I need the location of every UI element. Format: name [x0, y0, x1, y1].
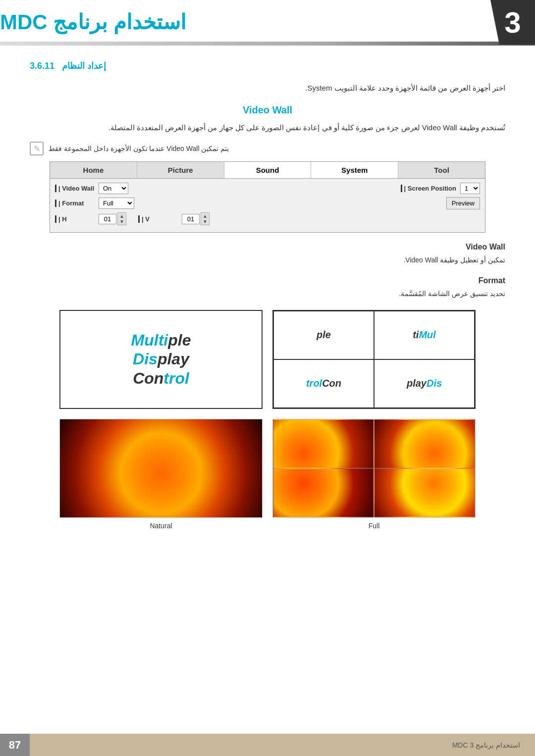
- image-grid: Multi ple Display Control Mul: [59, 310, 476, 530]
- desc-format-title: Format: [30, 276, 505, 285]
- page-header: استخدام برنامج MDC 3: [0, 0, 535, 39]
- ui-row-videowall: | Video Wall On Off | Screen Position 1 …: [55, 183, 480, 194]
- flower-cell-2: [273, 419, 374, 468]
- h-input[interactable]: [99, 214, 116, 224]
- tab-picture[interactable]: Picture: [137, 162, 224, 178]
- natural-flower-image: [59, 419, 263, 518]
- ui-body: | Video Wall On Off | Screen Position 1 …: [50, 179, 485, 232]
- logo-cell-4: Control: [273, 359, 374, 408]
- desc-format: Format تحديد تنسيق عرض الشاشة المُقسَّمة…: [30, 276, 505, 300]
- videowall-select[interactable]: On Off: [99, 183, 128, 194]
- footer: استخدام برنامج MDC 3 87: [0, 734, 535, 756]
- screen-position-section: | Screen Position 1 2: [401, 183, 481, 194]
- header-title: استخدام برنامج MDC: [0, 10, 226, 34]
- video-wall-heading: Video Wall: [30, 104, 505, 116]
- screen-position-label: | Screen Position: [401, 185, 457, 192]
- preview-button[interactable]: Preview: [446, 197, 480, 209]
- natural-caption: Natural: [150, 522, 172, 530]
- natural-logo-image: Multiple Display Control: [59, 310, 263, 409]
- h-spinner: ▲▼: [99, 212, 126, 225]
- preview-section: Preview: [446, 197, 480, 209]
- section-body-text: اختر أجهزة العرض من قائمة الأجهزة وحدد ع…: [30, 81, 505, 95]
- format-select[interactable]: Full Natural: [99, 198, 134, 209]
- full-logo-image: Multi ple Display Control: [272, 310, 476, 409]
- flower-cell-1: [374, 419, 475, 468]
- desc-vw-title: Video Wall: [30, 243, 505, 252]
- desc-format-text: تحديد تنسيق عرض الشاشة المُقسَّمة.: [30, 288, 505, 300]
- header-stripe: [0, 42, 535, 46]
- main-content: إعداد النظام 3.6.11 اختر أجهزة العرض من …: [0, 46, 535, 554]
- flower-split-grid: [273, 419, 475, 517]
- page-number: 87: [0, 734, 30, 756]
- ui-row-format: | Format Full Natural Preview: [55, 197, 480, 209]
- logo-cell-3: Display: [374, 359, 475, 408]
- screen-position-select[interactable]: 1 2: [460, 183, 480, 194]
- section-title: إعداد النظام: [62, 60, 106, 71]
- flower-cell-4: [273, 468, 374, 517]
- tab-tool[interactable]: Tool: [398, 162, 485, 178]
- v-spinner: ▲▼: [182, 212, 210, 225]
- note-area: يتم تمكين Video Wall عندما تكون الأجهزة …: [30, 142, 505, 155]
- image-card-full-logo: Multi ple Display Control: [272, 310, 476, 409]
- footer-text: استخدام برنامج MDC 3: [452, 741, 520, 749]
- h-arrows[interactable]: ▲▼: [117, 212, 126, 225]
- menu-bar: Home Picture Sound System Tool: [50, 162, 485, 179]
- desc-vw-text: تمكين أو تعطيل وظيفة Video Wall.: [30, 254, 505, 266]
- ui-row-hv: | H ▲▼ | V ▲▼: [55, 212, 480, 225]
- chapter-badge: 3: [490, 0, 535, 45]
- desc-video-wall: Video Wall تمكين أو تعطيل وظيفة Video Wa…: [30, 243, 505, 266]
- image-card-full-flower: Full: [272, 419, 476, 530]
- video-wall-description: تُستخدم وظيفة Video Wall لعرض جزء من صور…: [30, 121, 505, 134]
- image-card-natural-flower: Natural: [59, 419, 263, 530]
- note-icon: ✎: [30, 142, 44, 155]
- v-arrows[interactable]: ▲▼: [201, 212, 210, 225]
- full-caption: Full: [369, 522, 380, 530]
- tab-sound[interactable]: Sound: [224, 162, 312, 178]
- h-label: | H: [55, 215, 95, 223]
- format-label: | Format: [55, 200, 95, 207]
- logo-cell-1: Multi: [374, 311, 475, 359]
- note-text: يتم تمكين Video Wall عندما تكون الأجهزة …: [49, 145, 229, 152]
- tab-home[interactable]: Home: [50, 162, 137, 178]
- image-card-natural-logo: Multiple Display Control: [59, 310, 263, 409]
- flower-cell-3: [374, 468, 475, 517]
- v-label: | V: [138, 215, 178, 223]
- tab-system[interactable]: System: [311, 162, 398, 178]
- logo-grid: Multi ple Display Control: [273, 311, 475, 408]
- logo-cell-2: ple: [273, 311, 374, 359]
- section-number: 3.6.11: [30, 61, 54, 71]
- full-flower-image: [272, 419, 476, 518]
- videowall-label: | Video Wall: [55, 185, 95, 192]
- ui-container: Home Picture Sound System Tool | Video W…: [50, 161, 485, 233]
- flower-full-img: [60, 419, 262, 517]
- section-heading: إعداد النظام 3.6.11: [30, 60, 505, 71]
- v-input[interactable]: [182, 214, 200, 224]
